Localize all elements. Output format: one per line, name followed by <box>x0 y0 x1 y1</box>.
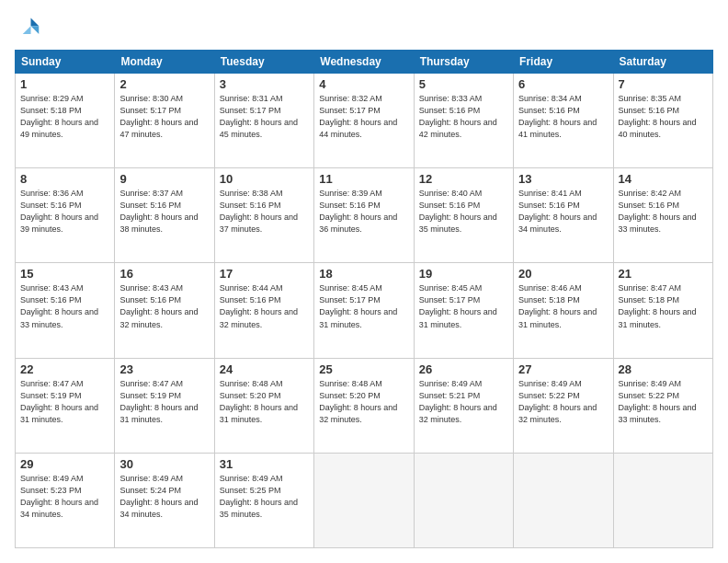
weekday-header-monday: Monday <box>115 51 214 74</box>
day-info: Sunrise: 8:44 AMSunset: 5:16 PMDaylight:… <box>220 283 298 328</box>
calendar-cell: 24Sunrise: 8:48 AMSunset: 5:20 PMDayligh… <box>214 358 313 453</box>
calendar-cell: 19Sunrise: 8:45 AMSunset: 5:17 PMDayligh… <box>414 263 513 358</box>
calendar-cell <box>414 453 513 547</box>
day-info: Sunrise: 8:46 AMSunset: 5:18 PMDaylight:… <box>518 283 597 328</box>
day-number: 30 <box>119 457 209 471</box>
calendar-cell <box>514 453 613 547</box>
day-number: 24 <box>220 362 309 376</box>
calendar-cell: 13Sunrise: 8:41 AMSunset: 5:16 PMDayligh… <box>514 168 613 263</box>
calendar-cell: 3Sunrise: 8:31 AMSunset: 5:17 PMDaylight… <box>214 74 313 168</box>
day-number: 22 <box>20 362 109 376</box>
calendar-cell: 21Sunrise: 8:47 AMSunset: 5:18 PMDayligh… <box>613 263 712 358</box>
day-info: Sunrise: 8:49 AMSunset: 5:24 PMDaylight:… <box>119 474 198 519</box>
calendar-cell: 30Sunrise: 8:49 AMSunset: 5:24 PMDayligh… <box>115 453 214 547</box>
day-info: Sunrise: 8:35 AMSunset: 5:16 PMDaylight:… <box>619 94 697 139</box>
day-info: Sunrise: 8:49 AMSunset: 5:22 PMDaylight:… <box>518 379 597 424</box>
calendar-table: SundayMondayTuesdayWednesdayThursdayFrid… <box>15 50 713 548</box>
calendar-cell: 7Sunrise: 8:35 AMSunset: 5:16 PMDaylight… <box>613 74 712 168</box>
day-number: 8 <box>20 172 109 186</box>
calendar-cell: 27Sunrise: 8:49 AMSunset: 5:22 PMDayligh… <box>514 358 613 453</box>
day-number: 18 <box>319 267 408 281</box>
day-info: Sunrise: 8:42 AMSunset: 5:16 PMDaylight:… <box>619 189 697 234</box>
calendar-cell: 26Sunrise: 8:49 AMSunset: 5:21 PMDayligh… <box>414 358 513 453</box>
calendar-week-5: 29Sunrise: 8:49 AMSunset: 5:23 PMDayligh… <box>16 453 713 547</box>
day-number: 4 <box>319 77 408 91</box>
day-info: Sunrise: 8:48 AMSunset: 5:20 PMDaylight:… <box>319 379 397 424</box>
day-number: 31 <box>220 457 309 471</box>
day-info: Sunrise: 8:34 AMSunset: 5:16 PMDaylight:… <box>518 94 597 139</box>
day-number: 15 <box>20 267 109 281</box>
weekday-header-sunday: Sunday <box>16 51 115 74</box>
day-info: Sunrise: 8:32 AMSunset: 5:17 PMDaylight:… <box>319 94 397 139</box>
day-info: Sunrise: 8:31 AMSunset: 5:17 PMDaylight:… <box>220 94 298 139</box>
day-info: Sunrise: 8:49 AMSunset: 5:23 PMDaylight:… <box>20 474 98 519</box>
calendar-cell: 5Sunrise: 8:33 AMSunset: 5:16 PMDaylight… <box>414 74 513 168</box>
calendar-cell: 18Sunrise: 8:45 AMSunset: 5:17 PMDayligh… <box>314 263 414 358</box>
calendar-cell: 15Sunrise: 8:43 AMSunset: 5:16 PMDayligh… <box>16 263 115 358</box>
day-number: 13 <box>518 172 608 186</box>
calendar-cell: 9Sunrise: 8:37 AMSunset: 5:16 PMDaylight… <box>115 168 214 263</box>
day-number: 27 <box>518 362 608 376</box>
day-number: 20 <box>518 267 608 281</box>
day-number: 16 <box>119 267 209 281</box>
logo-icon <box>15 15 40 40</box>
weekday-header-wednesday: Wednesday <box>314 51 414 74</box>
day-number: 21 <box>619 267 708 281</box>
header <box>15 15 713 40</box>
calendar-cell: 6Sunrise: 8:34 AMSunset: 5:16 PMDaylight… <box>514 74 613 168</box>
page: SundayMondayTuesdayWednesdayThursdayFrid… <box>0 0 728 563</box>
day-number: 26 <box>419 362 508 376</box>
day-number: 23 <box>119 362 209 376</box>
day-info: Sunrise: 8:43 AMSunset: 5:16 PMDaylight:… <box>20 283 98 328</box>
day-info: Sunrise: 8:47 AMSunset: 5:18 PMDaylight:… <box>619 283 697 328</box>
day-info: Sunrise: 8:49 AMSunset: 5:22 PMDaylight:… <box>619 379 697 424</box>
day-info: Sunrise: 8:49 AMSunset: 5:21 PMDaylight:… <box>419 379 497 424</box>
day-info: Sunrise: 8:45 AMSunset: 5:17 PMDaylight:… <box>319 283 397 328</box>
calendar-cell: 10Sunrise: 8:38 AMSunset: 5:16 PMDayligh… <box>214 168 313 263</box>
day-number: 12 <box>419 172 508 186</box>
day-info: Sunrise: 8:49 AMSunset: 5:25 PMDaylight:… <box>220 474 298 519</box>
svg-marker-2 <box>23 26 31 34</box>
calendar-cell: 1Sunrise: 8:29 AMSunset: 5:18 PMDaylight… <box>16 74 115 168</box>
calendar-cell: 20Sunrise: 8:46 AMSunset: 5:18 PMDayligh… <box>514 263 613 358</box>
logo <box>15 15 44 40</box>
calendar-week-1: 1Sunrise: 8:29 AMSunset: 5:18 PMDaylight… <box>16 74 713 168</box>
day-number: 6 <box>518 77 608 91</box>
calendar-cell: 2Sunrise: 8:30 AMSunset: 5:17 PMDaylight… <box>115 74 214 168</box>
day-info: Sunrise: 8:47 AMSunset: 5:19 PMDaylight:… <box>20 379 98 424</box>
day-info: Sunrise: 8:33 AMSunset: 5:16 PMDaylight:… <box>419 94 497 139</box>
calendar-cell: 23Sunrise: 8:47 AMSunset: 5:19 PMDayligh… <box>115 358 214 453</box>
day-number: 2 <box>119 77 209 91</box>
day-info: Sunrise: 8:40 AMSunset: 5:16 PMDaylight:… <box>419 189 497 234</box>
weekday-header-saturday: Saturday <box>613 51 712 74</box>
day-info: Sunrise: 8:36 AMSunset: 5:16 PMDaylight:… <box>20 189 98 234</box>
day-number: 25 <box>319 362 408 376</box>
day-number: 29 <box>20 457 109 471</box>
day-number: 5 <box>419 77 508 91</box>
calendar-cell <box>613 453 712 547</box>
calendar-week-3: 15Sunrise: 8:43 AMSunset: 5:16 PMDayligh… <box>16 263 713 358</box>
calendar-cell: 22Sunrise: 8:47 AMSunset: 5:19 PMDayligh… <box>16 358 115 453</box>
day-number: 19 <box>419 267 508 281</box>
day-number: 14 <box>619 172 708 186</box>
day-info: Sunrise: 8:30 AMSunset: 5:17 PMDaylight:… <box>119 94 198 139</box>
weekday-header-thursday: Thursday <box>414 51 513 74</box>
day-info: Sunrise: 8:38 AMSunset: 5:16 PMDaylight:… <box>220 189 298 234</box>
calendar-cell: 25Sunrise: 8:48 AMSunset: 5:20 PMDayligh… <box>314 358 414 453</box>
day-info: Sunrise: 8:48 AMSunset: 5:20 PMDaylight:… <box>220 379 298 424</box>
day-info: Sunrise: 8:47 AMSunset: 5:19 PMDaylight:… <box>119 379 198 424</box>
day-number: 3 <box>220 77 309 91</box>
day-number: 9 <box>119 172 209 186</box>
day-info: Sunrise: 8:43 AMSunset: 5:16 PMDaylight:… <box>119 283 198 328</box>
calendar-cell: 16Sunrise: 8:43 AMSunset: 5:16 PMDayligh… <box>115 263 214 358</box>
calendar-week-4: 22Sunrise: 8:47 AMSunset: 5:19 PMDayligh… <box>16 358 713 453</box>
day-number: 1 <box>20 77 109 91</box>
day-number: 10 <box>220 172 309 186</box>
svg-marker-0 <box>31 18 40 27</box>
calendar-cell <box>314 453 414 547</box>
calendar-cell: 11Sunrise: 8:39 AMSunset: 5:16 PMDayligh… <box>314 168 414 263</box>
day-info: Sunrise: 8:45 AMSunset: 5:17 PMDaylight:… <box>419 283 497 328</box>
day-number: 11 <box>319 172 408 186</box>
day-number: 7 <box>619 77 708 91</box>
day-info: Sunrise: 8:39 AMSunset: 5:16 PMDaylight:… <box>319 189 397 234</box>
